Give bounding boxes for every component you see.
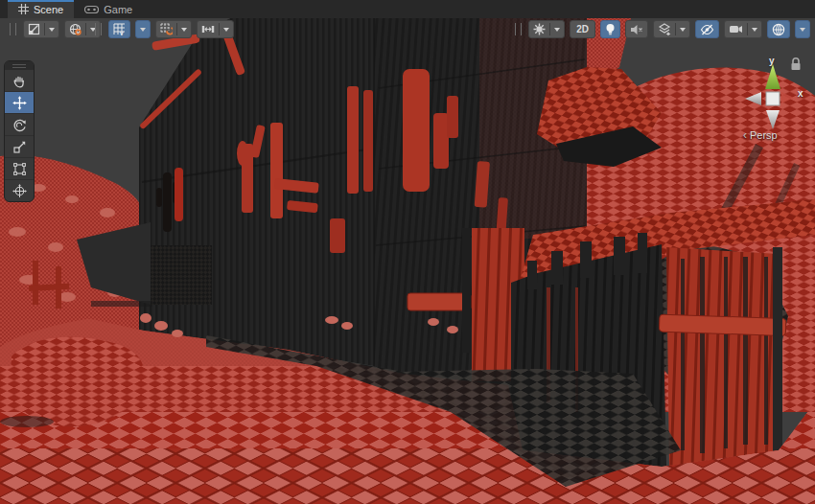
gizmo-left-cone[interactable] [745,92,761,105]
dropdown-arrow-icon [680,28,686,32]
tab-scene-label: Scene [34,4,63,15]
tab-game-label: Game [104,4,132,15]
gizmo-center-cube[interactable] [766,92,780,105]
orientation-global-icon [69,23,82,35]
svg-text:y: y [120,30,124,36]
view-options-overlay: 2D [513,20,810,38]
gizmo-x-cone[interactable] [781,92,794,103]
overlay-drag-handle[interactable] [10,23,16,35]
move-icon [12,96,27,110]
gizmo-down-cone[interactable] [766,110,780,129]
scene-viewport[interactable]: y [0,18,815,504]
dropdown-arrow-icon [223,28,229,32]
dropdown-arrow-icon [800,28,805,32]
orientation-gizmo: y x ‹ Persp [734,39,815,145]
lean-to-shadow [91,301,152,307]
grid-visibility-button[interactable]: y [108,20,130,38]
grid-snap-overlay: y [93,20,234,38]
dropdown-arrow-icon [140,28,146,32]
gizmos-dropdown[interactable] [795,20,810,38]
overlay-drag-handle[interactable] [515,23,522,35]
snap-settings-icon [160,23,173,35]
gizmo-y-cone[interactable] [765,64,780,89]
tools-drag-handle[interactable] [5,61,34,70]
rotate-tool[interactable] [5,113,34,135]
effects-layers-icon [658,23,671,35]
grid-visibility-dropdown[interactable] [135,20,151,38]
tab-game[interactable]: Game [74,0,143,18]
tab-bar: Scene Game [0,0,815,18]
eye-slash-icon [700,24,714,35]
lightbulb-icon [605,23,616,35]
dropdown-arrow-icon [181,28,187,32]
gizmos-sphere-icon [772,23,785,36]
2d-label: 2D [574,24,591,34]
audio-toggle-button[interactable] [625,20,648,38]
pivot-toggle-button[interactable] [23,20,59,38]
scene-render [0,18,815,504]
rect-icon [12,162,27,176]
lighting-toggle-button[interactable] [600,20,620,38]
2d-toggle-button[interactable]: 2D [570,20,595,38]
gizmos-toggle-button[interactable] [767,20,790,38]
dropdown-arrow-icon [49,28,55,32]
hand-tool[interactable] [5,70,34,91]
dropdown-arrow-icon [554,28,560,32]
rock-shadow [0,416,54,427]
move-snap-icon [201,23,215,35]
scale-icon [12,140,27,154]
move-tool[interactable] [5,91,34,113]
render-debug-button[interactable] [528,20,565,38]
persp-chevron-icon: ‹ [743,128,747,142]
gamepad-icon [84,5,99,14]
tools-overlay [4,60,35,202]
porch-dark-box [151,245,212,305]
tool-settings-overlay [8,20,101,38]
projection-toggle[interactable]: ‹ Persp [743,128,778,142]
snap-settings-button[interactable] [155,20,192,38]
gizmo-axis-x-label: x [798,88,803,99]
move-snap-button[interactable] [197,20,234,38]
rotate-icon [12,118,27,132]
unity-editor-scene-view: { "tabs": [ { "label": "Scene", "icon": … [0,0,815,504]
tabbar-spacer [0,0,8,18]
camera-icon [729,24,743,34]
camera-settings-button[interactable] [724,20,762,38]
hand-icon [12,74,27,88]
overlay-drag-handle[interactable] [95,23,102,35]
scale-tool[interactable] [5,135,34,157]
transform-tool[interactable] [5,179,34,201]
dropdown-arrow-icon [752,28,757,32]
scene-visibility-button[interactable] [695,20,719,38]
scene-grid-icon [18,4,29,14]
effects-dropdown-button[interactable] [653,20,690,38]
persp-label: Persp [750,129,778,141]
pivot-center-icon [28,23,40,35]
speaker-muted-icon [630,24,643,35]
transform-icon [12,184,27,198]
tab-scene[interactable]: Scene [8,0,74,18]
render-debug-icon [533,23,546,35]
grid-visibility-icon: y [113,23,126,35]
rect-tool[interactable] [5,157,34,179]
